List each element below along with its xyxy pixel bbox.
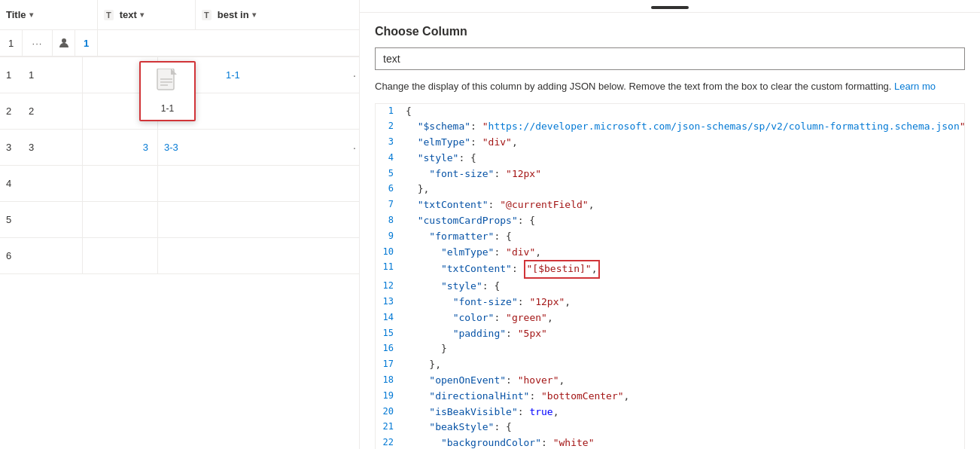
row-count-1: 1 (84, 38, 89, 49)
code-line-6: 6 }, (376, 182, 964, 197)
row-1-title-val: 1 (29, 69, 34, 81)
row-1-title: 1 (23, 57, 83, 93)
right-content: Choose Column text Change the display of… (360, 13, 980, 449)
code-line-4: 4 "style": { (376, 151, 964, 166)
code-line-17: 17 }, (376, 357, 964, 373)
line-content-20: "isBeakVisible": true, (406, 405, 961, 420)
line-content-6: }, (406, 182, 961, 197)
code-line-14: 14 "color": "green", (376, 310, 964, 326)
row-num-cell: 2 (0, 93, 23, 129)
line-num-5: 5 (379, 166, 406, 181)
card-popup: 1-1 (139, 61, 196, 121)
row-3-text-val: 3 (143, 142, 148, 153)
card-popup-text: 1-1 (161, 103, 174, 114)
line-content-16: } (406, 341, 961, 357)
row-num-cell: 5 (0, 202, 23, 237)
bestin-type-icon: T (202, 10, 212, 20)
line-content-19: "directionalHint": "bottomCenter", (406, 389, 961, 405)
line-content-2: "$schema": "https://developer.microsoft.… (406, 119, 965, 135)
line-content-15: "padding": "5px" (406, 326, 961, 342)
bestin-col-label: best in (218, 9, 249, 20)
desc-text-body: Change the display of this column by add… (375, 81, 891, 92)
learn-more-link[interactable]: Learn mo (894, 81, 936, 92)
line-content-9: "formatter": { (406, 229, 961, 245)
row-1-expand: · (353, 69, 356, 81)
row-5-num: 5 (6, 214, 11, 225)
bestin-col-chevron: ▾ (252, 11, 256, 19)
row-6-title (23, 238, 83, 273)
code-line-22: 22 "backgroundColor": "white" (376, 435, 964, 449)
line-num-18: 18 (379, 373, 406, 387)
row-num-cell: 3 (0, 130, 23, 165)
row-6-bestin (158, 238, 271, 273)
col-header-bestin[interactable]: T best in ▾ (196, 0, 309, 29)
col-header-text[interactable]: T text ▾ (98, 0, 196, 29)
description-text: Change the display of this column by add… (375, 79, 965, 94)
row-3-title: 3 (23, 130, 83, 165)
row-num-cell: 6 (0, 238, 23, 273)
line-num-21: 21 (379, 420, 406, 434)
line-content-10: "elmType": "div", (406, 245, 961, 261)
person-icon (58, 37, 70, 49)
row-2-title: 2 (23, 93, 83, 129)
line-num-8: 8 (379, 213, 406, 228)
list-row: 6 (0, 238, 359, 274)
dots-menu[interactable]: ··· (32, 38, 43, 49)
line-num-6: 6 (379, 182, 406, 196)
code-line-13: 13 "font-size": "12px", (376, 295, 964, 310)
line-content-8: "customCardProps": { (406, 213, 961, 229)
line-num-4: 4 (379, 151, 406, 165)
row-4-num: 4 (6, 178, 11, 189)
line-num-22: 22 (379, 435, 406, 449)
line-content-5: "font-size": "12px" (406, 166, 961, 182)
code-editor[interactable]: 1 { 2 "$schema": "https://developer.micr… (375, 103, 965, 450)
row-4-text (83, 166, 158, 201)
row-3-text: 3 (83, 130, 158, 165)
svg-point-0 (62, 38, 66, 43)
text-col-chevron: ▾ (140, 11, 144, 19)
line-content-4: "style": { (406, 151, 961, 166)
code-line-9: 9 "formatter": { (376, 229, 964, 245)
row-3-bestin: 3-3 (158, 130, 271, 165)
code-line-12: 12 "style": { (376, 279, 964, 295)
row-num-cell: 4 (0, 166, 23, 201)
list-row: 3 3 3 3-3 · (0, 130, 359, 166)
list-row: 1 1 2 1-1 1-1 · (0, 57, 359, 93)
line-content-14: "color": "green", (406, 310, 961, 326)
code-line-8: 8 "customCardProps": { (376, 213, 964, 229)
row-5-title (23, 202, 83, 237)
column-name-box[interactable]: text (375, 47, 965, 70)
file-icon-svg (156, 69, 180, 96)
row-2-title-val: 2 (29, 105, 34, 117)
row-2-num: 2 (6, 105, 11, 117)
line-num-7: 7 (379, 197, 406, 212)
line-num-16: 16 (379, 341, 406, 356)
row-1-dots: · (353, 69, 356, 81)
line-content-21: "beakStyle": { (406, 420, 961, 435)
subheader-controls: ··· (23, 30, 53, 56)
row-6-num: 6 (6, 250, 11, 261)
row-3-expand: · (353, 142, 356, 154)
row-6-text (83, 238, 158, 273)
line-content-7: "txtContent": "@currentField", (406, 197, 961, 213)
line-num-13: 13 (379, 295, 406, 309)
line-num-19: 19 (379, 389, 406, 403)
row-4-bestin (158, 166, 271, 201)
tab-bar (360, 0, 980, 13)
code-line-16: 16 } (376, 341, 964, 357)
title-col-chevron: ▾ (29, 11, 33, 19)
line-content-18: "openOnEvent": "hover", (406, 373, 961, 389)
code-line-21: 21 "beakStyle": { (376, 420, 964, 435)
code-line-5: 5 "font-size": "12px" (376, 166, 964, 182)
line-content-13: "font-size": "12px", (406, 295, 961, 310)
line-num-9: 9 (379, 229, 406, 243)
code-line-19: 19 "directionalHint": "bottomCenter", (376, 389, 964, 405)
title-col-label: Title (6, 9, 26, 20)
list-header: Title ▾ T text ▾ T best in ▾ (0, 0, 359, 30)
drag-handle (651, 6, 689, 9)
col-header-title[interactable]: Title ▾ (0, 0, 98, 29)
line-num-15: 15 (379, 326, 406, 341)
line-content-22: "backgroundColor": "white" (406, 435, 961, 449)
line-num-3: 3 (379, 135, 406, 149)
row-5-text (83, 202, 158, 237)
